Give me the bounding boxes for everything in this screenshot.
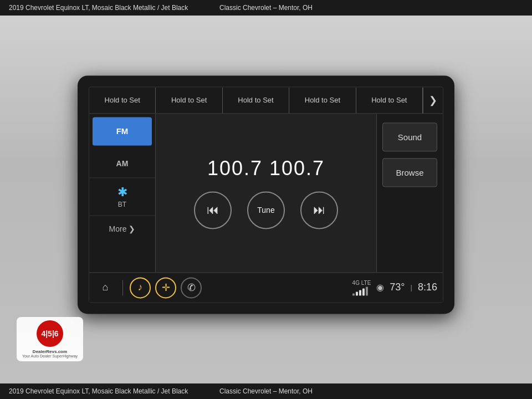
bottom-caption-left: 2019 Chevrolet Equinox LT, Mosaic Black … (9, 387, 188, 395)
playback-controls: ⏮ Tune ⏭ (194, 191, 338, 229)
dealerrevs-text: DealerRevs.com (33, 349, 67, 354)
lte-badge: 4G LTE (352, 280, 371, 295)
top-caption-center: Classic Chevrolet – Mentor, OH (219, 4, 313, 12)
preset-3[interactable]: Hold to Set (223, 87, 289, 113)
status-left: ⌂ ♪ ✛ ✆ (95, 277, 352, 298)
status-divider-1 (122, 280, 123, 295)
preset-next-arrow[interactable]: ❯ (423, 87, 443, 113)
time-display: 8:16 (418, 282, 437, 293)
cross-icon: ✛ (162, 282, 170, 294)
dealerrevs-badge: 4|5|6 (37, 320, 63, 347)
signal-bars (352, 287, 371, 295)
signal-bar-4 (362, 288, 365, 295)
bluetooth-icon: ✱ (117, 185, 127, 200)
prev-button[interactable]: ⏮ (194, 191, 232, 229)
more-button[interactable]: More ❯ (89, 216, 155, 242)
status-right: 4G LTE ◉ 73° | 8:16 (352, 280, 437, 295)
phone-icon: ✆ (187, 282, 196, 294)
right-sidebar: Sound Browse (376, 114, 443, 272)
bt-label: BT (118, 201, 126, 208)
source-sidebar: FM AM ✱ BT More ❯ (89, 114, 156, 272)
home-button[interactable]: ⌂ (95, 277, 116, 298)
music-button[interactable]: ♪ (130, 277, 151, 298)
signal-bar-2 (356, 291, 358, 295)
bottom-caption-bar: 2019 Chevrolet Equinox LT, Mosaic Black … (0, 383, 532, 399)
badge-number: 4|5|6 (41, 329, 58, 339)
music-icon: ♪ (138, 282, 143, 293)
infotainment-screen: Hold to Set Hold to Set Hold to Set Hold… (89, 86, 443, 303)
preset-5[interactable]: Hold to Set (356, 87, 423, 113)
photo-area: Hold to Set Hold to Set Hold to Set Hold… (0, 16, 532, 383)
gps-icon: ◉ (376, 282, 384, 293)
signal-bar-1 (352, 293, 355, 295)
status-bar: ⌂ ♪ ✛ ✆ 4G LTE (89, 272, 443, 302)
main-content: FM AM ✱ BT More ❯ 100.7 100.7 ⏮ (89, 114, 443, 272)
time-divider: | (411, 283, 412, 291)
preset-bar: Hold to Set Hold to Set Hold to Set Hold… (89, 87, 443, 114)
skip-forward-icon: ⏭ (313, 203, 325, 217)
am-source-button[interactable]: AM (89, 149, 155, 178)
top-caption-left: 2019 Chevrolet Equinox LT, Mosaic Black … (9, 4, 188, 12)
center-panel: 100.7 100.7 ⏮ Tune ⏭ (156, 114, 376, 272)
lte-label: 4G LTE (352, 280, 371, 287)
dealerrevs-tagline: Your Auto Dealer SuperHighway (22, 354, 78, 358)
tune-button[interactable]: Tune (247, 191, 285, 229)
preset-2[interactable]: Hold to Set (156, 87, 222, 113)
signal-bar-3 (359, 290, 361, 295)
preset-1[interactable]: Hold to Set (89, 87, 156, 113)
apps-button[interactable]: ✛ (155, 277, 176, 298)
bt-source-button[interactable]: ✱ BT (89, 178, 155, 216)
top-caption-bar: 2019 Chevrolet Equinox LT, Mosaic Black … (0, 0, 532, 16)
temp-display: 73° (390, 282, 405, 293)
signal-bar-5 (366, 287, 368, 295)
next-button[interactable]: ⏭ (300, 191, 338, 229)
home-icon: ⌂ (103, 282, 109, 293)
screen-bezel: Hold to Set Hold to Set Hold to Set Hold… (78, 75, 454, 314)
bottom-caption-center: Classic Chevrolet – Mentor, OH (219, 387, 313, 395)
sound-button[interactable]: Sound (382, 122, 437, 151)
phone-button[interactable]: ✆ (181, 277, 202, 298)
frequency-display: 100.7 100.7 (207, 157, 325, 180)
fm-source-button[interactable]: FM (93, 117, 152, 146)
dealerrevs-watermark: 4|5|6 DealerRevs.com Your Auto Dealer Su… (17, 317, 83, 361)
browse-button[interactable]: Browse (382, 158, 437, 187)
skip-back-icon: ⏮ (207, 203, 219, 217)
preset-4[interactable]: Hold to Set (289, 87, 356, 113)
